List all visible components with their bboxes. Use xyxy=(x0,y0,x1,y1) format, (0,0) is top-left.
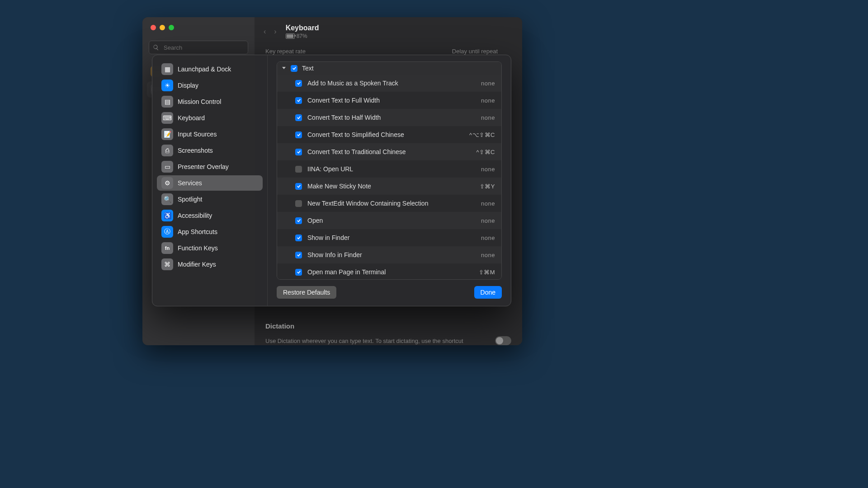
row-label: Show Info in Finder xyxy=(307,251,476,259)
row-checkbox[interactable] xyxy=(295,269,302,276)
row-label: Convert Text to Full Width xyxy=(307,97,476,104)
row-label: Convert Text to Traditional Chinese xyxy=(307,148,471,156)
category-item[interactable]: ⌨Keyboard xyxy=(157,110,263,126)
row-label: Convert Text to Half Width xyxy=(307,114,476,122)
row-shortcut[interactable]: none xyxy=(481,97,495,104)
zoom-button[interactable] xyxy=(169,25,174,30)
shortcut-row[interactable]: Convert Text to Simplified Chinese^⌥⇧⌘C xyxy=(277,126,501,143)
shortcut-row[interactable]: New TextEdit Window Containing Selection… xyxy=(277,195,501,212)
category-label: Modifier Keys xyxy=(178,261,216,268)
row-checkbox[interactable] xyxy=(295,149,302,155)
po-icon: ▭ xyxy=(161,161,173,173)
category-item[interactable]: 🔍Spotlight xyxy=(157,192,263,207)
mc-icon: ▤ xyxy=(161,96,173,108)
row-shortcut[interactable]: ^⇧⌘C xyxy=(476,149,495,155)
row-label: Open xyxy=(307,217,476,225)
row-shortcut[interactable]: ⇧⌘Y xyxy=(480,183,495,190)
forward-button[interactable]: › xyxy=(274,28,276,36)
row-shortcut[interactable]: none xyxy=(481,217,495,224)
group-header-row[interactable]: Text xyxy=(277,62,501,75)
shortcut-row[interactable]: IINA: Open URLnone xyxy=(277,160,501,178)
row-checkbox[interactable] xyxy=(295,235,302,241)
category-item[interactable]: ▦Launchpad & Dock xyxy=(157,61,263,77)
search-icon xyxy=(153,44,159,51)
spot-icon: 🔍 xyxy=(161,193,173,205)
category-label: Launchpad & Dock xyxy=(178,66,231,73)
category-label: Presenter Overlay xyxy=(178,163,229,170)
row-checkbox[interactable] xyxy=(295,200,302,207)
back-button[interactable]: ‹ xyxy=(264,28,266,36)
category-label: Services xyxy=(178,179,202,187)
category-item[interactable]: ▭Presenter Overlay xyxy=(157,159,263,174)
category-label: Keyboard xyxy=(178,114,205,122)
shortcuts-list: TextAdd to Music as a Spoken TracknoneCo… xyxy=(277,61,502,280)
panel-sidebar: ▦Launchpad & Dock☀Display▤Mission Contro… xyxy=(152,55,267,306)
shortcut-row[interactable]: Opennone xyxy=(277,212,501,229)
row-shortcut[interactable]: none xyxy=(481,252,495,258)
category-item[interactable]: ⚙Services xyxy=(157,175,263,191)
category-item[interactable]: ▤Mission Control xyxy=(157,94,263,109)
row-shortcut[interactable]: none xyxy=(481,166,495,173)
fn-icon: fn xyxy=(161,242,173,254)
mod-icon: ⌘ xyxy=(161,258,173,270)
group-checkbox[interactable] xyxy=(291,65,297,72)
row-checkbox[interactable] xyxy=(295,114,302,121)
category-item[interactable]: ☀Display xyxy=(157,78,263,93)
category-label: App Shortcuts xyxy=(178,228,217,235)
shortcut-row[interactable]: Show Info in Findernone xyxy=(277,246,501,263)
kb-icon: ⌨ xyxy=(161,112,173,124)
search-field[interactable] xyxy=(149,41,248,54)
search-input[interactable] xyxy=(163,44,244,52)
input-icon: 📝 xyxy=(161,128,173,140)
shortcut-row[interactable]: Open man Page in Terminal⇧⌘M xyxy=(277,263,501,280)
window-header: ‹ › Keyboard 87% xyxy=(255,17,522,46)
category-label: Mission Control xyxy=(178,98,221,105)
chevron-down-icon xyxy=(282,66,286,70)
category-item[interactable]: ⌘Modifier Keys xyxy=(157,257,263,272)
shortcut-row[interactable]: Convert Text to Traditional Chinese^⇧⌘C xyxy=(277,143,501,160)
battery-status: 87% xyxy=(286,33,319,39)
row-checkbox[interactable] xyxy=(295,183,302,190)
shortcut-row[interactable]: Convert Text to Full Widthnone xyxy=(277,92,501,109)
row-checkbox[interactable] xyxy=(295,97,302,104)
category-item[interactable]: ⎙Screenshots xyxy=(157,143,263,158)
category-label: Screenshots xyxy=(178,147,213,154)
category-item[interactable]: ⒶApp Shortcuts xyxy=(157,224,263,239)
row-shortcut[interactable]: none xyxy=(481,235,495,241)
shortcut-row[interactable]: Make New Sticky Note⇧⌘Y xyxy=(277,178,501,195)
row-shortcut[interactable]: none xyxy=(481,200,495,207)
traffic-lights xyxy=(142,17,255,38)
row-shortcut[interactable]: ⇧⌘M xyxy=(479,269,495,276)
minimize-button[interactable] xyxy=(160,25,165,30)
ss-icon: ⎙ xyxy=(161,145,173,156)
dictation-toggle[interactable] xyxy=(495,336,511,345)
row-shortcut[interactable]: ^⌥⇧⌘C xyxy=(469,131,495,138)
category-item[interactable]: fnFunction Keys xyxy=(157,240,263,256)
acc-icon: ♿ xyxy=(161,210,173,221)
shortcut-row[interactable]: Show in Findernone xyxy=(277,229,501,246)
row-checkbox[interactable] xyxy=(295,131,302,138)
restore-defaults-button[interactable]: Restore Defaults xyxy=(277,286,336,299)
row-checkbox[interactable] xyxy=(295,166,302,173)
close-button[interactable] xyxy=(151,25,156,30)
row-checkbox[interactable] xyxy=(295,252,302,258)
category-label: Spotlight xyxy=(178,196,202,203)
category-label: Input Sources xyxy=(178,131,217,138)
panel-main: TextAdd to Music as a Spoken TracknoneCo… xyxy=(267,55,511,306)
row-shortcut[interactable]: none xyxy=(481,114,495,121)
row-checkbox[interactable] xyxy=(295,217,302,224)
row-checkbox[interactable] xyxy=(295,80,302,87)
done-button[interactable]: Done xyxy=(474,286,502,299)
category-label: Function Keys xyxy=(178,244,218,252)
row-shortcut[interactable]: none xyxy=(481,80,495,87)
dictation-heading: Dictation xyxy=(255,311,522,333)
category-item[interactable]: ♿Accessibility xyxy=(157,208,263,223)
category-item[interactable]: 📝Input Sources xyxy=(157,127,263,142)
shortcut-row[interactable]: Convert Text to Half Widthnone xyxy=(277,109,501,126)
shortcut-row[interactable]: Add to Music as a Spoken Tracknone xyxy=(277,75,501,92)
row-label: Show in Finder xyxy=(307,234,476,242)
sun-icon: ☀ xyxy=(161,80,173,91)
shortcuts-panel: ▦Launchpad & Dock☀Display▤Mission Contro… xyxy=(152,55,511,306)
category-label: Display xyxy=(178,82,198,89)
category-label: Accessibility xyxy=(178,212,212,219)
